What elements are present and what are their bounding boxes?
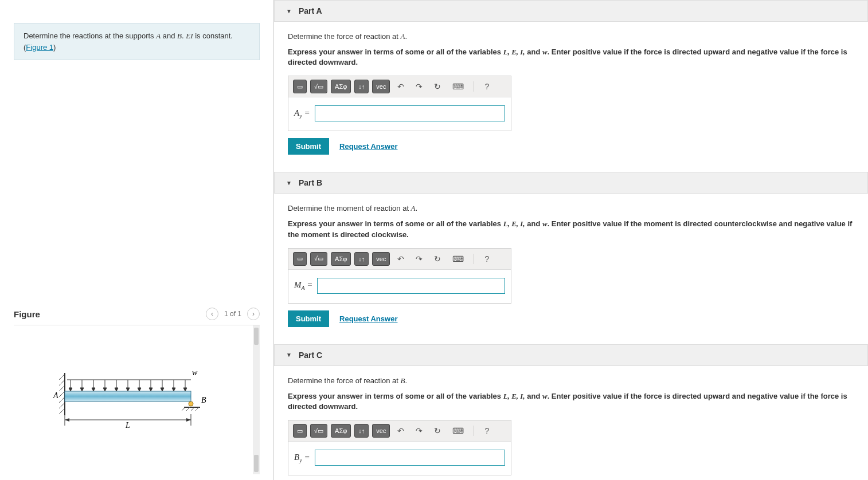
part-a-answer-label: Ay = bbox=[294, 108, 310, 119]
svg-marker-13 bbox=[80, 388, 84, 391]
part-c-header[interactable]: ▼ Part C bbox=[274, 344, 868, 366]
part-b-header[interactable]: ▼ Part B bbox=[274, 172, 868, 194]
part-c-instructions: Express your answer in terms of some or … bbox=[288, 391, 854, 412]
undo-button[interactable]: ↶ bbox=[393, 424, 408, 438]
part-b-answer-label: MA = bbox=[294, 280, 312, 291]
part-c-body: Determine the force of reaction at B. Ex… bbox=[274, 366, 868, 480]
figure-counter: 1 of 1 bbox=[224, 310, 241, 318]
svg-marker-11 bbox=[69, 388, 72, 391]
label-w: w bbox=[192, 368, 198, 377]
toolbar-separator bbox=[474, 426, 474, 436]
sqrt-button[interactable]: √▭ bbox=[310, 252, 327, 266]
label-B: B bbox=[201, 396, 206, 404]
help-button[interactable]: ? bbox=[480, 252, 494, 266]
greek-button[interactable]: ΑΣφ bbox=[331, 252, 351, 266]
svg-line-3 bbox=[59, 391, 65, 397]
svg-marker-15 bbox=[92, 388, 95, 391]
figure-link[interactable]: Figure 1 bbox=[26, 43, 53, 52]
part-a-title: Part A bbox=[299, 6, 322, 15]
collapse-icon: ▼ bbox=[286, 352, 292, 358]
toolbar-separator bbox=[474, 254, 474, 264]
equation-toolbar: ▭ √▭ ΑΣφ ↓↑ vec ↶ ↷ ↻ ⌨ ? bbox=[288, 76, 511, 97]
svg-line-34 bbox=[182, 407, 185, 411]
var-EI: EI bbox=[186, 32, 193, 40]
figure-prev-button[interactable]: ‹ bbox=[206, 308, 218, 320]
template-button[interactable]: ▭ bbox=[293, 252, 307, 266]
subscript-button[interactable]: ↓↑ bbox=[354, 424, 369, 438]
var-B: B bbox=[177, 32, 182, 40]
collapse-icon: ▼ bbox=[286, 8, 292, 14]
equation-toolbar: ▭ √▭ ΑΣφ ↓↑ vec ↶ ↷ ↻ ⌨ ? bbox=[288, 420, 511, 442]
redo-button[interactable]: ↷ bbox=[412, 80, 427, 93]
part-b-answer-box: ▭ √▭ ΑΣφ ↓↑ vec ↶ ↷ ↻ ⌨ ? MA = bbox=[288, 248, 511, 304]
part-b-question: Determine the moment of reaction at A. bbox=[288, 204, 854, 213]
var-A: A bbox=[156, 32, 161, 40]
label-L: L bbox=[125, 421, 130, 430]
template-button[interactable]: ▭ bbox=[293, 80, 307, 93]
scrollbar-up-icon[interactable] bbox=[254, 328, 259, 345]
part-b-title: Part B bbox=[299, 178, 322, 187]
keyboard-icon[interactable]: ⌨ bbox=[448, 424, 468, 438]
svg-line-1 bbox=[59, 380, 65, 385]
part-a-answer-box: ▭ √▭ ΑΣφ ↓↑ vec ↶ ↷ ↻ ⌨ ? Ay = bbox=[288, 76, 511, 131]
keyboard-icon[interactable]: ⌨ bbox=[448, 80, 468, 93]
svg-line-6 bbox=[59, 408, 65, 414]
part-c-answer-input[interactable] bbox=[315, 450, 506, 466]
figure-viewport: A B w L bbox=[14, 325, 260, 474]
greek-button[interactable]: ΑΣφ bbox=[331, 424, 351, 438]
reset-button[interactable]: ↻ bbox=[430, 252, 445, 266]
svg-line-5 bbox=[59, 403, 65, 408]
svg-marker-42 bbox=[186, 418, 191, 422]
help-button[interactable]: ? bbox=[480, 424, 494, 438]
right-column: ▼ Part A Determine the force of reaction… bbox=[274, 0, 868, 480]
reset-button[interactable]: ↻ bbox=[430, 80, 445, 93]
figure-title: Figure bbox=[14, 309, 40, 319]
figure-section: Figure ‹ 1 of 1 › bbox=[14, 289, 260, 480]
svg-line-2 bbox=[59, 385, 65, 391]
figure-header: Figure ‹ 1 of 1 › bbox=[14, 303, 260, 325]
undo-button[interactable]: ↶ bbox=[393, 252, 408, 266]
redo-button[interactable]: ↷ bbox=[412, 252, 427, 266]
part-b-answer-input[interactable] bbox=[317, 278, 505, 294]
vec-button[interactable]: vec bbox=[372, 424, 390, 438]
label-A: A bbox=[53, 391, 58, 400]
problem-text: Determine the reactions at the supports bbox=[24, 32, 156, 40]
svg-line-4 bbox=[59, 397, 65, 403]
equation-toolbar: ▭ √▭ ΑΣφ ↓↑ vec ↶ ↷ ↻ ⌨ ? bbox=[288, 249, 511, 270]
sqrt-button[interactable]: √▭ bbox=[310, 80, 327, 93]
scrollbar-down-icon[interactable] bbox=[254, 455, 259, 472]
part-a-body: Determine the force of reaction at A. Ex… bbox=[274, 22, 868, 172]
subscript-button[interactable]: ↓↑ bbox=[354, 252, 369, 266]
part-b-request-answer-link[interactable]: Request Answer bbox=[339, 314, 397, 323]
part-c-answer-label: By = bbox=[294, 453, 310, 463]
svg-line-0 bbox=[59, 374, 65, 380]
part-b-body: Determine the moment of reaction at A. E… bbox=[274, 194, 868, 344]
keyboard-icon[interactable]: ⌨ bbox=[448, 252, 468, 266]
reset-button[interactable]: ↻ bbox=[430, 424, 445, 438]
svg-marker-23 bbox=[138, 388, 141, 391]
undo-button[interactable]: ↶ bbox=[393, 80, 408, 93]
help-button[interactable]: ? bbox=[480, 80, 494, 93]
part-a-request-answer-link[interactable]: Request Answer bbox=[339, 142, 397, 151]
vec-button[interactable]: vec bbox=[372, 252, 390, 266]
svg-marker-19 bbox=[115, 388, 118, 391]
figure-nav: ‹ 1 of 1 › bbox=[206, 308, 260, 320]
sqrt-button[interactable]: √▭ bbox=[310, 424, 327, 438]
part-a-header[interactable]: ▼ Part A bbox=[274, 0, 868, 22]
left-column: Determine the reactions at the supports … bbox=[0, 0, 274, 480]
svg-rect-8 bbox=[65, 391, 191, 402]
part-c-title: Part C bbox=[299, 351, 322, 360]
part-b-submit-button[interactable]: Submit bbox=[288, 310, 329, 327]
vec-button[interactable]: vec bbox=[372, 80, 390, 93]
redo-button[interactable]: ↷ bbox=[412, 424, 427, 438]
figure-next-button[interactable]: › bbox=[247, 308, 260, 320]
subscript-button[interactable]: ↓↑ bbox=[354, 80, 369, 93]
part-a-submit-button[interactable]: Submit bbox=[288, 138, 329, 155]
toolbar-separator bbox=[474, 81, 474, 92]
part-a-answer-input[interactable] bbox=[315, 105, 506, 121]
svg-marker-25 bbox=[149, 388, 153, 391]
greek-button[interactable]: ΑΣφ bbox=[331, 80, 351, 93]
beam-diagram: A B w L bbox=[48, 357, 220, 443]
template-button[interactable]: ▭ bbox=[293, 424, 307, 438]
svg-marker-29 bbox=[172, 388, 175, 391]
